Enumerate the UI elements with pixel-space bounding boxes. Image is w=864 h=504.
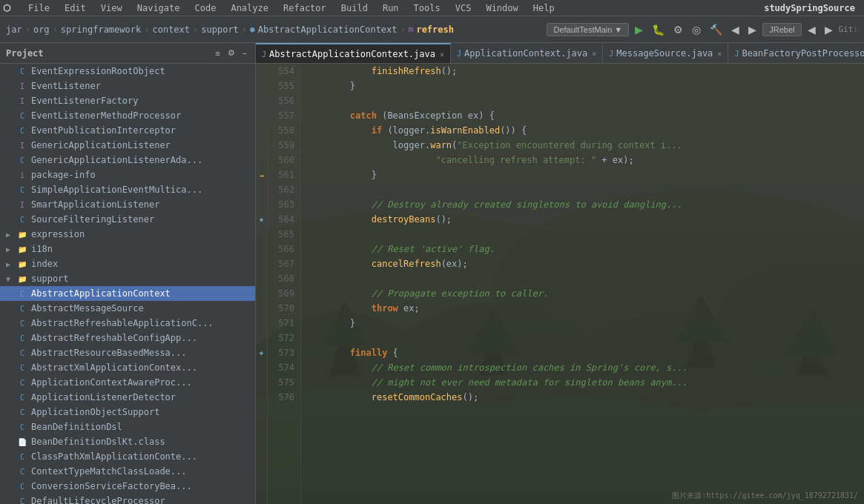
tree-item-conversionservicefactorybea[interactable]: C ConversionServiceFactoryBea... <box>0 479 255 494</box>
menu-build[interactable]: Build <box>338 1 371 15</box>
tree-item-index[interactable]: ▶ 📁 index <box>0 256 255 271</box>
tree-item-beandefinitiondslkt[interactable]: 📄 BeanDefinitionDslKt.class <box>0 434 255 449</box>
tab-abstractapplicationcontext[interactable]: J AbstractApplicationContext.java × <box>256 43 451 64</box>
tree-item-packageinfo[interactable]: i package-info <box>0 168 255 182</box>
menu-navigate[interactable]: Navigate <box>134 1 183 15</box>
sidebar-collapse-button[interactable]: ≡ <box>213 48 222 58</box>
profile-button[interactable]: ◎ <box>689 22 704 37</box>
tree-item-abstractrefreshableconfigapp[interactable]: C AbstractRefreshableConfigApp... <box>0 331 255 345</box>
java-icon: J <box>262 50 266 59</box>
class-icon: C <box>16 184 28 196</box>
editor-content[interactable]: → ◆ ◆ <box>256 64 864 504</box>
watermark: 图片来源:https://gitee.com/jyq_18792721831/ <box>672 491 858 501</box>
debug-button[interactable]: 🐛 <box>649 22 667 37</box>
code-lines[interactable]: finishRefresh(); } catch (BeansException… <box>301 64 864 504</box>
class-icon: C <box>16 377 28 388</box>
menu-edit[interactable]: Edit <box>62 1 89 15</box>
tree-item-genericapplicationlistener[interactable]: I GenericApplicationListener <box>0 138 255 153</box>
menu-code[interactable]: Code <box>192 1 220 15</box>
tab-close-0[interactable]: × <box>440 50 444 59</box>
coverage-button[interactable]: ⚙ <box>670 22 686 37</box>
code-line-560: "cancelling refresh attempt: " + ex); <box>307 153 858 168</box>
java-icon: J <box>734 50 739 58</box>
code-line-566: // Reset 'active' flag. <box>307 242 858 256</box>
next-change-button[interactable]: ▶ <box>822 22 836 37</box>
code-line-575: // might not ever need metadata for sing… <box>307 375 858 390</box>
tree-item-sourcefilteringlistener[interactable]: C SourceFilteringListener <box>0 212 255 227</box>
back-button[interactable]: ◀ <box>728 22 742 37</box>
class-icon: C <box>16 65 28 77</box>
class-icon: C <box>16 347 28 359</box>
menu-tools[interactable]: Tools <box>411 1 443 15</box>
run-config-dropdown[interactable]: DefaultTestMain ▼ <box>547 23 629 36</box>
tree-item-defaultlifecycleprocessor[interactable]: C DefaultLifecycleProcessor <box>0 494 255 504</box>
tree-item-abstractxmlapplicationcontex[interactable]: C AbstractXmlApplicationContex... <box>0 360 255 375</box>
breadcrumb-support[interactable]: support <box>201 24 239 35</box>
tree-item-i18n[interactable]: ▶ 📁 i18n <box>0 242 255 256</box>
breadcrumb-method[interactable]: refresh <box>416 24 454 35</box>
tree-item-eventlistener[interactable]: I EventListener <box>0 79 255 93</box>
sidebar-settings-button[interactable]: ⚙ <box>225 48 237 58</box>
jrebel-button[interactable]: JRebel <box>762 23 801 36</box>
tree-item-support[interactable]: ▼ 📁 support <box>0 271 255 286</box>
sidebar-minimize-button[interactable]: − <box>240 48 249 58</box>
run-button[interactable]: ▶ <box>632 22 646 37</box>
class-icon: C <box>16 288 28 299</box>
breadcrumb-context[interactable]: context <box>152 24 190 35</box>
tree-item-simpleapplicationeventmultical[interactable]: C SimpleApplicationEventMultica... <box>0 182 255 197</box>
tree-item-eventlistenerfactory[interactable]: I EventListenerFactory <box>0 93 255 108</box>
menu-view[interactable]: View <box>98 1 125 15</box>
tree-item-applicationcontextawareproc[interactable]: C ApplicationContextAwareProc... <box>0 375 255 390</box>
tree-item-abstractapplicationcontext[interactable]: C AbstractApplicationContext <box>0 286 255 301</box>
menu-window[interactable]: Window <box>483 1 521 15</box>
tab-beanfactorypostprocessor[interactable]: J BeanFactoryPostProcessor.java × <box>728 43 864 64</box>
package-icon: 📁 <box>16 273 28 285</box>
class-icon: C <box>16 451 28 462</box>
menu-help[interactable]: Help <box>530 1 558 15</box>
menu-analyze[interactable]: Analyze <box>228 1 271 15</box>
breadcrumb-jar[interactable]: jar <box>6 24 22 35</box>
tree-item-classpathxmlapplicationconte[interactable]: C ClassPathXmlApplicationConte... <box>0 449 255 464</box>
class-icon: C <box>16 421 28 433</box>
tab-close-2[interactable]: × <box>717 50 722 58</box>
code-line-567: cancelRefresh(ex); <box>307 256 858 271</box>
tree-item-abstractrefreshableapplication[interactable]: C AbstractRefreshableApplicationC... <box>0 316 255 331</box>
tree-item-abstractmessagesource[interactable]: C AbstractMessageSource <box>0 301 255 316</box>
tree-item-eventpublicationinterceptor[interactable]: C EventPublicationInterceptor <box>0 123 255 138</box>
menu-run[interactable]: Run <box>380 1 402 15</box>
tree-item-eventexpressionrootobject[interactable]: C EventExpressionRootObject <box>0 64 255 79</box>
build-button[interactable]: 🔨 <box>707 22 725 37</box>
tree-item-contexttypematchclassloade[interactable]: C ContextTypeMatchClassLoade... <box>0 464 255 479</box>
tree-item-beandefinitiondsl[interactable]: C BeanDefinitionDsl <box>0 420 255 434</box>
breadcrumb-org[interactable]: org <box>33 24 50 35</box>
java-icon: J <box>457 50 461 58</box>
breadcrumb-springframework[interactable]: springframework <box>61 24 141 35</box>
forward-button[interactable]: ▶ <box>745 22 759 37</box>
code-line-572 <box>307 331 858 345</box>
code-line-564: destroyBeans(); <box>307 212 858 227</box>
tab-applicationcontext[interactable]: J ApplicationContext.java × <box>451 43 603 64</box>
menu-vcs[interactable]: VCS <box>452 1 475 15</box>
sidebar: Project ≡ ⚙ − C EventExpressionRootObjec… <box>0 43 256 504</box>
tab-close-1[interactable]: × <box>592 50 596 58</box>
tree-item-applicationobjectsupport[interactable]: C ApplicationObjectSupport <box>0 405 255 420</box>
tree-item-expression[interactable]: ▶ 📁 expression <box>0 227 255 242</box>
tab-messagesource[interactable]: J MessageSource.java × <box>603 43 728 64</box>
code-line-570: throw ex; <box>307 301 858 316</box>
code-line-571: } <box>307 316 858 331</box>
class-icon: C <box>16 362 28 374</box>
menu-file[interactable]: File <box>25 1 53 15</box>
class-icon: C <box>16 480 28 492</box>
tree-item-eventlistenermethodprocessor[interactable]: C EventListenerMethodProcessor <box>0 108 255 123</box>
prev-change-button[interactable]: ◀ <box>805 22 819 37</box>
code-editor[interactable]: → ◆ ◆ <box>256 64 864 504</box>
tree-item-applicationlistenerdetector[interactable]: C ApplicationListenerDetector <box>0 390 255 405</box>
code-line-558: if (logger.isWarnEnabled()) { <box>307 123 858 138</box>
tree-item-smartapplicationlistener[interactable]: I SmartApplicationListener <box>0 197 255 212</box>
sidebar-tree[interactable]: C EventExpressionRootObject I EventListe… <box>0 64 255 504</box>
breadcrumb-class[interactable]: AbstractApplicationContext <box>258 24 398 35</box>
menu-refactor[interactable]: Refactor <box>280 1 329 15</box>
tree-item-genericapplicationlistenerad[interactable]: C GenericApplicationListenerAda... <box>0 153 255 168</box>
app-title: studySpringSource <box>764 3 855 13</box>
tree-item-abstractresourcebasedmessa[interactable]: C AbstractResourceBasedMessa... <box>0 345 255 360</box>
